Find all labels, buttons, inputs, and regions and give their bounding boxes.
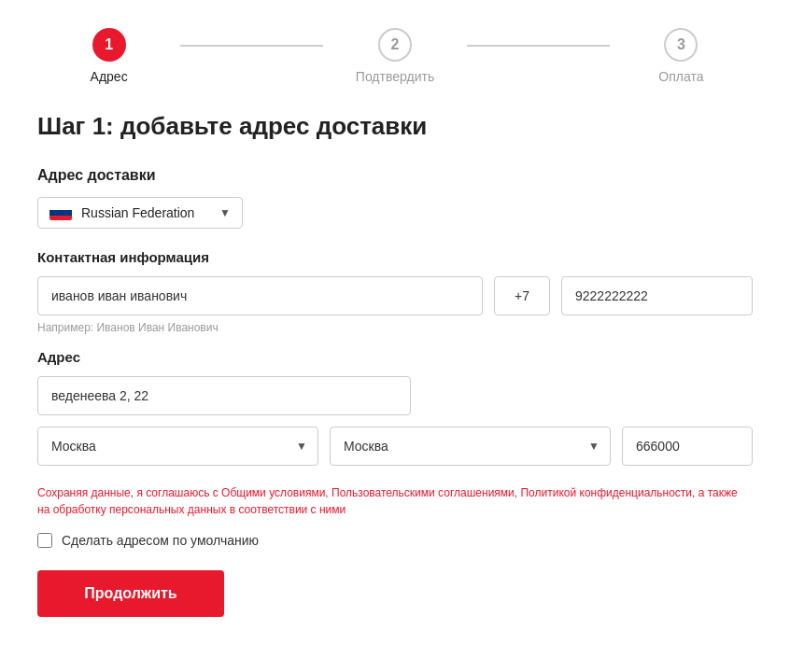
russia-flag-icon [49,205,72,220]
country-name: Russian Federation [81,205,219,220]
city-wrapper: Москва ▼ [37,427,318,466]
phone-input[interactable] [561,276,753,315]
default-address-label: Сделать адресом по умолчанию [62,533,259,548]
street-address-row [37,376,753,427]
name-phone-row: +7 [37,276,753,315]
contact-heading: Контактная информация [37,249,753,265]
legal-text: Сохраняя данные, я соглашаюсь с Общими у… [37,484,747,518]
step-3: 3 Оплата [610,28,753,84]
stepper: 1 Адрес 2 Подтвердить 3 Оплата [37,28,753,84]
phone-prefix: +7 [494,276,550,315]
continue-button[interactable]: Продолжить [37,570,224,617]
street-address-input[interactable] [37,376,411,415]
stepper-line-2 [467,45,610,47]
page-title: Шаг 1: добавьте адрес доставки [37,112,753,141]
step-3-circle: 3 [664,28,698,62]
region-select[interactable]: Москва [330,427,611,466]
step-1-circle: 1 [92,28,126,62]
country-selector[interactable]: Russian Federation ▼ [37,197,243,229]
full-name-input[interactable] [37,276,483,315]
default-address-row: Сделать адресом по умолчанию [37,533,753,548]
address-heading: Адрес [37,349,753,365]
step-2-label: Подтвердить [356,69,434,84]
city-region-zip-row: Москва ▼ Москва ▼ [37,427,753,466]
region-wrapper: Москва ▼ [330,427,611,466]
name-hint: Например: Иванов Иван Иванович [37,321,753,334]
chevron-down-icon: ▼ [219,206,231,219]
default-address-checkbox[interactable] [37,533,52,548]
stepper-line-1 [180,45,323,47]
delivery-heading: Адрес доставки [37,167,753,184]
step-2-circle: 2 [378,28,412,62]
step-1-label: Адрес [91,69,128,84]
step-2: 2 Подтвердить [323,28,466,84]
zip-input[interactable] [622,427,753,466]
step-3-label: Оплата [658,69,703,84]
step-1: 1 Адрес [37,28,180,84]
city-select[interactable]: Москва [37,427,318,466]
